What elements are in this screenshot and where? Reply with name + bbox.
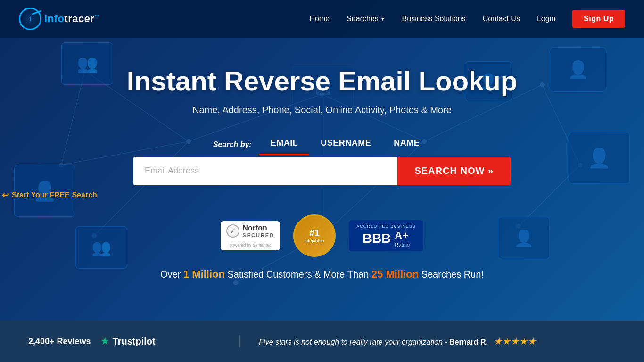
sitejabber-brand: sitejabber: [305, 239, 325, 243]
norton-name: Norton: [242, 224, 274, 232]
search-by-label: Search by:: [213, 140, 252, 149]
stats-million2: 25 Million: [372, 268, 419, 280]
free-search-link: ↩ Start Your FREE Search: [2, 190, 379, 200]
tab-email[interactable]: EMAIL: [259, 134, 310, 155]
trustpilot-name: Trustpilot: [113, 336, 156, 347]
trustpilot-section: 2,400+ Reviews ★ Trustpilot: [0, 335, 240, 347]
reviews-count: 2,400+ Reviews: [28, 337, 91, 346]
stats-suffix: Searches Run!: [421, 269, 484, 280]
bbb-rating: A+: [395, 230, 410, 242]
review-text: Five stars is not enough to really rate …: [259, 338, 447, 346]
review-section: Five stars is not enough to really rate …: [240, 336, 644, 347]
header: i infotracer™ Home Searches ▼ Business S…: [0, 0, 644, 38]
main-nav: Home Searches ▼ Business Solutions Conta…: [309, 10, 625, 28]
review-author: Bernard R.: [449, 338, 488, 346]
logo-text: infotracer™: [44, 13, 99, 25]
hero-content: Instant Reverse Email Lookup Name, Addre…: [0, 38, 644, 280]
bottom-bar: 2,400+ Reviews ★ Trustpilot Five stars i…: [0, 321, 644, 362]
logo[interactable]: i infotracer™: [19, 8, 99, 30]
sitejabber-rank: #1: [309, 228, 320, 239]
norton-badge: ✓ Norton SECURED powered by Symantec: [221, 221, 280, 250]
sitejabber-badge: #1 sitejabber: [293, 214, 336, 257]
review-stars: ★★★★★: [494, 336, 536, 346]
trustpilot-logo: ★ Trustpilot: [100, 335, 156, 347]
norton-powered-label: powered by Symantec: [230, 243, 272, 247]
free-search-label[interactable]: Start Your FREE Search: [12, 191, 97, 199]
svg-point-22: [233, 280, 238, 285]
nav-searches[interactable]: Searches ▼: [347, 15, 385, 23]
hero-subtitle: Name, Address, Phone, Social, Online Act…: [192, 105, 452, 115]
search-tabs: Search by: EMAIL USERNAME NAME: [213, 134, 431, 155]
nav-home[interactable]: Home: [309, 15, 330, 23]
hero-title: Instant Reverse Email Lookup: [127, 66, 517, 96]
tab-name[interactable]: NAME: [382, 134, 431, 155]
norton-secured-label: SECURED: [242, 232, 274, 238]
bbb-accredited-label: ACCREDITED BUSINESS: [356, 224, 416, 229]
bbb-logo: BBB: [363, 231, 391, 246]
searches-chevron-icon: ▼: [380, 16, 385, 22]
trustpilot-star-icon: ★: [100, 335, 110, 347]
nav-contact-us[interactable]: Contact Us: [483, 15, 520, 23]
arrow-icon: ↩: [2, 190, 9, 200]
norton-check-icon: ✓: [226, 224, 239, 238]
nav-business-solutions[interactable]: Business Solutions: [402, 15, 466, 23]
bbb-badge: ACCREDITED BUSINESS BBB A+ Rating: [349, 220, 423, 251]
stats-text: Over 1 Million Satisfied Customers & Mor…: [160, 268, 484, 280]
search-bar-container: SEARCH NOW »: [133, 157, 511, 185]
logo-icon: i: [19, 8, 41, 30]
nav-signup-button[interactable]: Sign Up: [572, 10, 625, 28]
tab-username[interactable]: USERNAME: [309, 134, 382, 155]
search-input[interactable]: [133, 157, 397, 185]
bbb-rating-label: Rating: [395, 242, 410, 247]
trust-badges: ✓ Norton SECURED powered by Symantec #1 …: [221, 214, 423, 257]
stats-million1: 1 Million: [183, 268, 225, 280]
stats-prefix: Over: [160, 269, 181, 280]
stats-middle: Satisfied Customers & More Than: [228, 269, 369, 280]
nav-login[interactable]: Login: [537, 15, 555, 23]
search-now-button[interactable]: SEARCH NOW »: [397, 157, 511, 185]
